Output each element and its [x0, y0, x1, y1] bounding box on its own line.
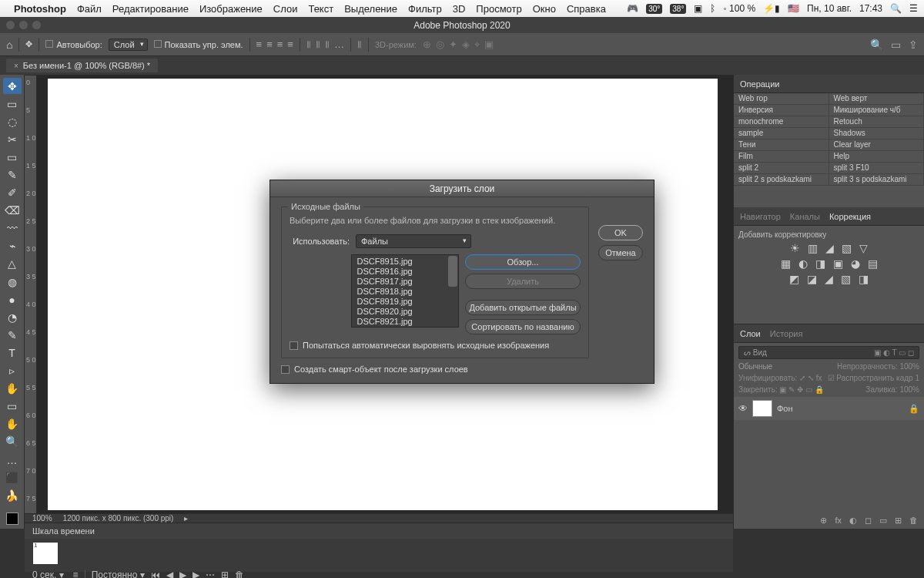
action-item[interactable]: Web гор: [734, 93, 829, 105]
file-item[interactable]: DSCF8920.jpg: [352, 307, 458, 317]
file-item[interactable]: DSCF8921.jpg: [352, 317, 458, 327]
action-item[interactable]: Тени: [734, 139, 829, 151]
browse-button[interactable]: Обзор...: [465, 254, 581, 270]
autoselect-checkbox[interactable]: Автовыбор:: [45, 40, 102, 49]
battery-icon[interactable]: ⚡▮: [763, 3, 780, 14]
tool-18[interactable]: ▭: [3, 398, 22, 415]
tool-13[interactable]: ◔: [3, 309, 22, 325]
action-item[interactable]: Инверсия: [734, 105, 829, 116]
tool-5[interactable]: ✎: [3, 166, 22, 183]
3d-mode-icons[interactable]: ⫴: [357, 39, 362, 51]
action-item[interactable]: Clear layer: [829, 139, 925, 151]
move-tool-icon[interactable]: ✥: [25, 39, 32, 49]
action-item[interactable]: split 2: [734, 163, 829, 174]
home-icon[interactable]: ⌂: [6, 39, 12, 51]
layer-thumbnail[interactable]: [752, 400, 772, 417]
menu-edit[interactable]: Редактирование: [112, 3, 189, 15]
tool-23[interactable]: 🍌: [3, 487, 22, 503]
close-tab-icon[interactable]: ×: [14, 62, 18, 70]
prev-frame-icon[interactable]: ◀: [166, 570, 173, 578]
action-item[interactable]: split 3 s podskazkami: [829, 174, 925, 186]
distribute-icons[interactable]: ⫴⫴⫴…: [306, 39, 344, 51]
history-tab[interactable]: История: [770, 329, 803, 338]
menu-select[interactable]: Выделение: [344, 3, 397, 15]
file-item[interactable]: DSCF8917.jpg: [352, 277, 458, 287]
tool-15[interactable]: T: [3, 344, 22, 361]
menu-window[interactable]: Окно: [533, 3, 556, 15]
action-item[interactable]: split 2 s podskazkami: [734, 174, 829, 186]
add-open-files-button[interactable]: Добавить открытые файлы: [465, 300, 581, 315]
loop-dropdown[interactable]: Постоянно ▾: [92, 570, 145, 578]
share-icon[interactable]: ⇪: [909, 39, 918, 51]
menu-file[interactable]: Файл: [77, 3, 102, 15]
ok-button[interactable]: OK: [598, 225, 643, 240]
tool-20[interactable]: 🔍: [3, 434, 22, 450]
action-item[interactable]: Retouch: [829, 116, 925, 128]
tool-9[interactable]: ⌁: [3, 238, 22, 254]
tool-7[interactable]: ⌫: [3, 203, 22, 219]
first-frame-icon[interactable]: ⏮: [151, 570, 160, 578]
tool-21[interactable]: …: [3, 452, 22, 468]
search-icon[interactable]: 🔍: [870, 39, 883, 51]
channels-tab[interactable]: Каналы: [790, 212, 820, 221]
autoselect-dropdown[interactable]: Слой: [109, 39, 148, 51]
action-item[interactable]: split 3 F10: [829, 163, 925, 174]
document-tab[interactable]: × Без имени-1 @ 100% (RGB/8#) *: [6, 59, 158, 72]
smartobject-checkbox[interactable]: Создать смарт-объект после загрузки слое…: [281, 365, 589, 374]
adjust-row-1[interactable]: ☀▥◢▧▽: [738, 242, 919, 254]
menu-view[interactable]: Просмотр: [476, 3, 521, 15]
autoalign-checkbox[interactable]: Попытаться автоматически выровнять исход…: [290, 341, 581, 350]
tool-8[interactable]: 〰: [3, 220, 22, 237]
menu-app[interactable]: Photoshop: [14, 3, 66, 15]
newframe-icon[interactable]: ⊞: [221, 570, 229, 578]
navigator-tab[interactable]: Навигатор: [740, 212, 781, 221]
play-icon[interactable]: ▶: [179, 570, 186, 578]
actions-tab[interactable]: Операции: [740, 79, 779, 89]
menu-3d[interactable]: 3D: [453, 3, 466, 15]
layer-footer-icons[interactable]: ⊕fx◐◻▭⊞🗑: [734, 512, 924, 529]
menu-filter[interactable]: Фильтр: [408, 3, 442, 15]
tool-3[interactable]: ✂: [3, 131, 22, 147]
menu-image[interactable]: Изображение: [199, 3, 263, 15]
tool-16[interactable]: ▹: [3, 363, 22, 379]
remove-button[interactable]: Удалить: [465, 274, 581, 289]
cancel-button[interactable]: Отмена: [598, 245, 643, 260]
file-list[interactable]: DSCF8915.jpgDSCF8916.jpgDSCF8917.jpgDSCF…: [351, 254, 459, 328]
menu-help[interactable]: Справка: [567, 3, 606, 15]
file-item[interactable]: DSCF8916.jpg: [352, 267, 458, 277]
tool-2[interactable]: ◌: [3, 113, 22, 129]
layer-filter[interactable]: ᔕ Вид▣ ◐ T ▭ ◻: [738, 346, 919, 359]
timeline-frame[interactable]: 1: [32, 542, 59, 565]
action-item[interactable]: Микширование ч/б: [829, 105, 925, 116]
action-item[interactable]: Help: [829, 151, 925, 163]
adjust-row-3[interactable]: ◩◪◢▧◨: [738, 273, 919, 285]
3d-icons[interactable]: ⊕◎✦◈⌖▣: [423, 39, 494, 51]
showcontrols-checkbox[interactable]: Показать упр. элем.: [154, 40, 243, 49]
file-item[interactable]: DSCF8919.jpg: [352, 297, 458, 307]
tool-1[interactable]: ▭: [3, 96, 22, 112]
adjustments-tab[interactable]: Коррекция: [829, 212, 871, 221]
tween-icon[interactable]: ⋯: [206, 570, 215, 578]
menubar-date[interactable]: Пн, 10 авг.: [807, 3, 852, 14]
menubar-time[interactable]: 17:43: [859, 3, 882, 14]
tool-6[interactable]: ✐: [3, 185, 22, 201]
bluetooth-icon[interactable]: ᛒ: [710, 3, 715, 14]
panel-icon[interactable]: ▭: [891, 39, 901, 51]
layers-tab[interactable]: Слои: [740, 329, 761, 338]
file-item[interactable]: DSCF8918.jpg: [352, 287, 458, 297]
visibility-icon[interactable]: 👁: [738, 403, 748, 414]
wifi-icon[interactable]: ◦ 100 %: [723, 3, 755, 14]
menu-layers[interactable]: Слои: [273, 3, 298, 15]
spotlight-icon[interactable]: 🔍: [890, 3, 902, 14]
tool-4[interactable]: ▭: [3, 149, 22, 165]
actions-list[interactable]: Web горWeb вертИнверсияМикширование ч/бm…: [734, 93, 924, 186]
control-center-icon[interactable]: ☰: [909, 3, 918, 14]
frametime-dropdown[interactable]: 0 сек. ▾: [32, 570, 64, 578]
zoom-value[interactable]: 100%: [32, 514, 52, 523]
sort-by-name-button[interactable]: Сортировать по названию: [465, 319, 581, 334]
use-dropdown[interactable]: Файлы: [356, 234, 471, 248]
layer-row[interactable]: 👁 Фон 🔒: [734, 397, 924, 420]
lang-flag[interactable]: 🇺🇸: [788, 3, 799, 14]
tool-14[interactable]: ✎: [3, 327, 22, 343]
tool-22[interactable]: ⬛: [3, 469, 22, 486]
